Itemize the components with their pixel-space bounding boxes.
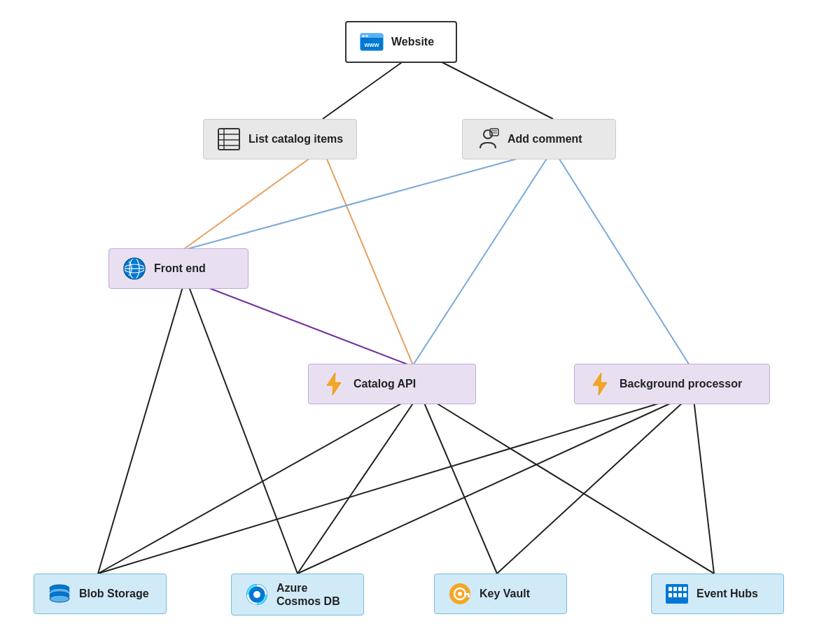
add-comment-label: Add comment (507, 133, 582, 145)
cosmos-db-node[interactable]: Azure Cosmos DB (231, 574, 364, 616)
svg-line-17 (182, 278, 410, 365)
svg-line-5 (298, 393, 420, 574)
svg-rect-62 (683, 593, 687, 597)
svg-point-51 (458, 592, 462, 596)
svg-marker-39 (593, 373, 607, 395)
event-hubs-node[interactable]: Event Hubs (651, 574, 784, 614)
front-end-label: Front end (154, 262, 206, 275)
front-end-node[interactable]: Front end (108, 248, 248, 289)
catalog-api-node[interactable]: Catalog API (308, 364, 476, 404)
event-hubs-icon (664, 581, 690, 606)
bg-processor-icon (587, 371, 612, 397)
blob-storage-node[interactable]: Blob Storage (34, 574, 167, 614)
svg-rect-55 (668, 587, 672, 591)
list-catalog-label: List catalog items (248, 133, 343, 145)
svg-point-48 (253, 591, 260, 598)
svg-line-10 (98, 393, 693, 574)
catalog-api-icon (321, 371, 346, 397)
svg-point-29 (484, 130, 492, 138)
add-comment-node[interactable]: Add comment (462, 119, 616, 159)
svg-line-14 (182, 149, 553, 250)
svg-line-11 (693, 393, 714, 574)
website-label: Website (391, 36, 434, 48)
svg-line-7 (420, 393, 714, 574)
key-vault-label: Key Vault (479, 588, 530, 600)
website-icon: www (359, 29, 384, 55)
cosmos-db-label: Azure (276, 581, 340, 595)
svg-line-6 (420, 393, 497, 574)
key-vault-node[interactable]: Key Vault (434, 574, 567, 614)
svg-text:www: www (363, 41, 379, 48)
cosmos-db-label2: Cosmos DB (276, 595, 340, 608)
front-end-icon (122, 256, 147, 281)
svg-rect-52 (464, 593, 470, 595)
connection-lines (0, 0, 840, 640)
svg-line-15 (413, 149, 553, 365)
svg-rect-23 (365, 35, 368, 37)
list-catalog-icon (216, 127, 241, 152)
svg-line-13 (323, 149, 413, 365)
diagram-container: www Website List catalog items (0, 0, 840, 640)
svg-line-8 (298, 393, 693, 574)
catalog-api-label: Catalog API (354, 378, 416, 390)
svg-line-16 (553, 149, 690, 365)
add-comment-icon (475, 127, 500, 152)
svg-line-12 (182, 149, 323, 250)
svg-point-46 (50, 595, 69, 602)
svg-line-3 (186, 278, 298, 574)
svg-rect-24 (218, 129, 239, 150)
svg-rect-59 (668, 593, 672, 597)
list-catalog-node[interactable]: List catalog items (203, 119, 357, 159)
svg-marker-38 (327, 373, 341, 395)
svg-line-2 (98, 278, 186, 574)
svg-rect-53 (468, 595, 470, 597)
bg-processor-node[interactable]: Background processor (574, 364, 770, 404)
website-node[interactable]: www Website (345, 21, 457, 63)
svg-rect-61 (678, 593, 682, 597)
key-vault-icon (447, 581, 472, 606)
svg-rect-60 (673, 593, 677, 597)
cosmos-db-icon (244, 582, 270, 607)
svg-rect-57 (678, 587, 682, 591)
blob-storage-label: Blob Storage (79, 588, 149, 600)
svg-line-9 (497, 393, 693, 574)
svg-rect-56 (673, 587, 677, 591)
svg-rect-58 (683, 587, 687, 591)
event-hubs-label: Event Hubs (696, 588, 758, 600)
svg-line-4 (98, 393, 420, 574)
svg-rect-22 (362, 35, 365, 37)
blob-storage-icon (47, 581, 72, 606)
bg-processor-label: Background processor (620, 378, 742, 390)
